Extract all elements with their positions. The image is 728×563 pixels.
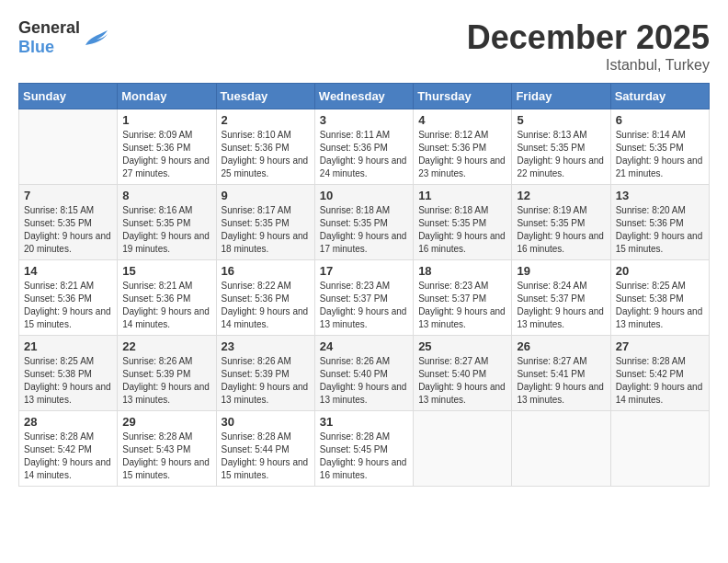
day-info: Sunrise: 8:27 AM Sunset: 5:40 PM Dayligh…: [418, 355, 506, 407]
calendar-table: Sunday Monday Tuesday Wednesday Thursday…: [18, 83, 710, 487]
sunrise-text: Sunrise: 8:27 AM: [517, 355, 605, 368]
day-info: Sunrise: 8:23 AM Sunset: 5:37 PM Dayligh…: [418, 280, 506, 331]
calendar-day-cell: [610, 411, 709, 487]
day-info: Sunrise: 8:24 AM Sunset: 5:37 PM Dayligh…: [517, 280, 605, 331]
day-info: Sunrise: 8:28 AM Sunset: 5:44 PM Dayligh…: [222, 431, 310, 482]
calendar-day-cell: [414, 411, 512, 487]
daylight-text: Daylight: 9 hours and 17 minutes.: [320, 230, 408, 256]
sunrise-text: Sunrise: 8:19 AM: [517, 204, 605, 217]
location-subtitle: Istanbul, Turkey: [467, 57, 710, 74]
col-tuesday: Tuesday: [216, 84, 314, 109]
daylight-text: Daylight: 9 hours and 16 minutes.: [418, 230, 506, 256]
daylight-text: Daylight: 9 hours and 14 minutes.: [616, 381, 704, 407]
sunset-text: Sunset: 5:39 PM: [222, 368, 310, 381]
sunset-text: Sunset: 5:37 PM: [320, 293, 408, 305]
sunset-text: Sunset: 5:40 PM: [320, 368, 408, 381]
day-number: 21: [24, 339, 112, 353]
day-number: 16: [222, 264, 310, 278]
sunset-text: Sunset: 5:36 PM: [24, 293, 112, 305]
calendar-day-cell: 23 Sunrise: 8:26 AM Sunset: 5:39 PM Dayl…: [216, 336, 314, 411]
sunrise-text: Sunrise: 8:26 AM: [122, 355, 210, 368]
daylight-text: Daylight: 9 hours and 27 minutes.: [122, 155, 210, 180]
sunset-text: Sunset: 5:36 PM: [616, 217, 704, 230]
calendar-day-cell: 30 Sunrise: 8:28 AM Sunset: 5:44 PM Dayl…: [216, 411, 314, 487]
day-info: Sunrise: 8:21 AM Sunset: 5:36 PM Dayligh…: [122, 280, 210, 331]
daylight-text: Daylight: 9 hours and 22 minutes.: [517, 155, 605, 180]
day-number: 12: [517, 189, 605, 202]
day-info: Sunrise: 8:18 AM Sunset: 5:35 PM Dayligh…: [418, 204, 506, 256]
day-info: Sunrise: 8:27 AM Sunset: 5:41 PM Dayligh…: [517, 355, 605, 407]
col-wednesday: Wednesday: [314, 84, 413, 109]
day-info: Sunrise: 8:17 AM Sunset: 5:35 PM Dayligh…: [222, 204, 310, 256]
sunrise-text: Sunrise: 8:28 AM: [24, 431, 112, 443]
sunset-text: Sunset: 5:36 PM: [222, 293, 310, 305]
day-number: 6: [616, 113, 704, 127]
day-number: 8: [122, 189, 210, 202]
calendar-day-cell: 28 Sunrise: 8:28 AM Sunset: 5:42 PM Dayl…: [19, 411, 118, 487]
calendar-day-cell: 18 Sunrise: 8:23 AM Sunset: 5:37 PM Dayl…: [414, 260, 512, 336]
daylight-text: Daylight: 9 hours and 25 minutes.: [222, 155, 310, 180]
day-info: Sunrise: 8:19 AM Sunset: 5:35 PM Dayligh…: [517, 204, 605, 256]
daylight-text: Daylight: 9 hours and 14 minutes.: [222, 305, 310, 331]
sunrise-text: Sunrise: 8:28 AM: [616, 355, 704, 368]
day-number: 31: [320, 415, 408, 429]
col-friday: Friday: [512, 84, 610, 109]
sunset-text: Sunset: 5:35 PM: [122, 217, 210, 230]
sunset-text: Sunset: 5:35 PM: [616, 142, 704, 155]
sunset-text: Sunset: 5:35 PM: [418, 217, 506, 230]
day-number: 10: [320, 189, 408, 202]
day-info: Sunrise: 8:28 AM Sunset: 5:45 PM Dayligh…: [320, 431, 408, 482]
daylight-text: Daylight: 9 hours and 13 minutes.: [418, 305, 506, 331]
calendar-day-cell: 5 Sunrise: 8:13 AM Sunset: 5:35 PM Dayli…: [512, 109, 610, 185]
calendar-day-cell: 15 Sunrise: 8:21 AM Sunset: 5:36 PM Dayl…: [118, 260, 216, 336]
day-info: Sunrise: 8:28 AM Sunset: 5:42 PM Dayligh…: [24, 431, 112, 482]
day-number: 5: [517, 113, 605, 127]
daylight-text: Daylight: 9 hours and 13 minutes.: [24, 381, 112, 407]
sunrise-text: Sunrise: 8:20 AM: [616, 204, 704, 217]
sunset-text: Sunset: 5:35 PM: [320, 217, 408, 230]
day-info: Sunrise: 8:16 AM Sunset: 5:35 PM Dayligh…: [122, 204, 210, 256]
calendar-day-cell: 7 Sunrise: 8:15 AM Sunset: 5:35 PM Dayli…: [19, 185, 118, 260]
day-info: Sunrise: 8:13 AM Sunset: 5:35 PM Dayligh…: [517, 129, 605, 180]
sunset-text: Sunset: 5:35 PM: [517, 217, 605, 230]
sunrise-text: Sunrise: 8:13 AM: [517, 129, 605, 142]
sunset-text: Sunset: 5:45 PM: [320, 443, 408, 456]
day-number: 24: [320, 339, 408, 353]
sunrise-text: Sunrise: 8:23 AM: [418, 280, 506, 293]
calendar-day-cell: 2 Sunrise: 8:10 AM Sunset: 5:36 PM Dayli…: [216, 109, 314, 185]
header: General Blue December 2025 Istanbul, Tur…: [18, 18, 710, 74]
sunrise-text: Sunrise: 8:22 AM: [222, 280, 310, 293]
sunrise-text: Sunrise: 8:16 AM: [122, 204, 210, 217]
day-info: Sunrise: 8:28 AM Sunset: 5:43 PM Dayligh…: [122, 431, 210, 482]
day-info: Sunrise: 8:09 AM Sunset: 5:36 PM Dayligh…: [122, 129, 210, 180]
sunrise-text: Sunrise: 8:28 AM: [320, 431, 408, 443]
sunrise-text: Sunrise: 8:25 AM: [616, 280, 704, 293]
calendar-day-cell: 17 Sunrise: 8:23 AM Sunset: 5:37 PM Dayl…: [314, 260, 413, 336]
daylight-text: Daylight: 9 hours and 15 minutes.: [122, 456, 210, 482]
logo-blue: Blue: [18, 38, 54, 56]
calendar-day-cell: [19, 109, 118, 185]
calendar-day-cell: 6 Sunrise: 8:14 AM Sunset: 5:35 PM Dayli…: [610, 109, 709, 185]
day-info: Sunrise: 8:11 AM Sunset: 5:36 PM Dayligh…: [320, 129, 408, 180]
daylight-text: Daylight: 9 hours and 18 minutes.: [222, 230, 310, 256]
day-number: 18: [418, 264, 506, 278]
day-number: 7: [24, 189, 112, 202]
calendar-day-cell: 20 Sunrise: 8:25 AM Sunset: 5:38 PM Dayl…: [610, 260, 709, 336]
day-number: 23: [222, 339, 310, 353]
day-info: Sunrise: 8:26 AM Sunset: 5:39 PM Dayligh…: [122, 355, 210, 407]
sunset-text: Sunset: 5:36 PM: [320, 142, 408, 155]
daylight-text: Daylight: 9 hours and 15 minutes.: [222, 456, 310, 482]
sunrise-text: Sunrise: 8:26 AM: [320, 355, 408, 368]
col-saturday: Saturday: [610, 84, 709, 109]
day-number: 30: [222, 415, 310, 429]
logo: General Blue: [18, 18, 109, 57]
day-number: 2: [222, 113, 310, 127]
sunrise-text: Sunrise: 8:11 AM: [320, 129, 408, 142]
sunset-text: Sunset: 5:37 PM: [418, 293, 506, 305]
day-number: 22: [122, 339, 210, 353]
calendar-week-row: 1 Sunrise: 8:09 AM Sunset: 5:36 PM Dayli…: [19, 109, 710, 185]
day-number: 4: [418, 113, 506, 127]
month-title: December 2025: [467, 18, 710, 57]
daylight-text: Daylight: 9 hours and 14 minutes.: [122, 305, 210, 331]
day-number: 25: [418, 339, 506, 353]
